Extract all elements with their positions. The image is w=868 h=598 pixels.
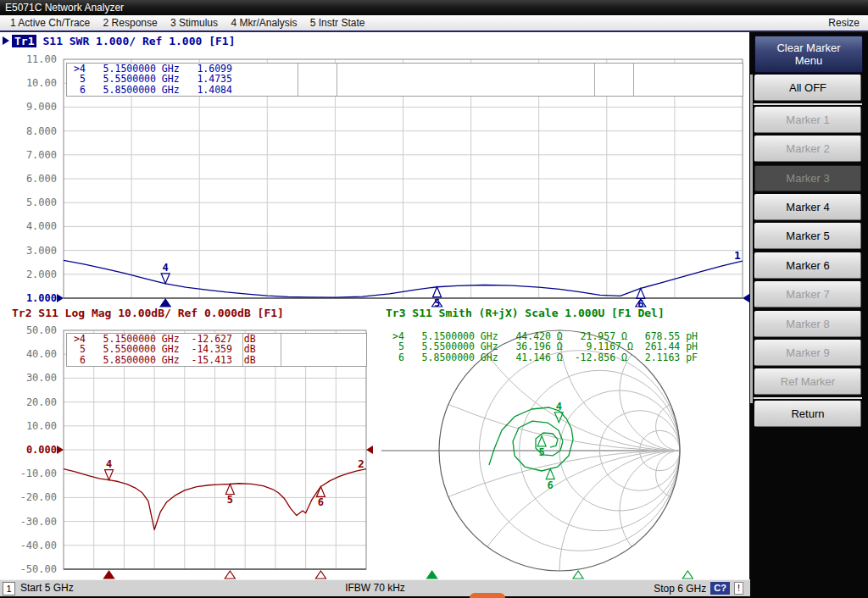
softkey-marker-6[interactable]: Marker 6 bbox=[754, 252, 861, 279]
marker-table-row: 5 5.5500000 GHz -14.359 dB bbox=[67, 344, 366, 354]
window-title: E5071C Network Analyzer bbox=[5, 2, 124, 14]
tr2-ytick: 0.000 bbox=[8, 444, 57, 456]
table-divider bbox=[281, 334, 281, 366]
status-bar: 1 IFBW 70 kHz Start 5 GHz Stop 6 GHz C? … bbox=[0, 579, 750, 596]
table-divider bbox=[594, 64, 595, 96]
tr3-marker-table: >4 5.1500000 GHz 44.420 Ω 21.957 Ω 678.5… bbox=[386, 331, 742, 365]
softkey-marker-9[interactable]: Marker 9 bbox=[754, 340, 861, 366]
tr1-ytick: 5.000 bbox=[8, 197, 57, 208]
tr2-marker-table: >4 5.1500000 GHz -12.627 dB 5 5.5500000 … bbox=[66, 333, 367, 367]
taskbar-peek-icon bbox=[470, 593, 505, 598]
softkey-ref-marker[interactable]: Ref Marker bbox=[754, 368, 861, 395]
softkey-title-line1: Clear Marker bbox=[776, 42, 840, 54]
softkey-return[interactable]: Return bbox=[754, 401, 861, 427]
softkey-menu-title: Clear Marker Menu bbox=[754, 36, 863, 73]
instrument-screen bbox=[0, 32, 749, 579]
marker-table-row: 5 5.5500000 GHz 36.196 Ω 9.1167 Ω 261.44… bbox=[386, 341, 742, 352]
softkey-marker-3[interactable]: Marker 3 bbox=[754, 165, 861, 191]
tr2-ytick: -40.00 bbox=[8, 540, 57, 551]
softkey-marker-2[interactable]: Marker 2 bbox=[754, 136, 861, 162]
menu-item-active-ch-trace[interactable]: 1 Active Ch/Trace bbox=[10, 15, 90, 30]
softkey-separator bbox=[754, 397, 862, 399]
menu-bar: 1 Active Ch/Trace 2 Response 3 Stimulus … bbox=[0, 15, 868, 31]
tr1-ytick: 11.00 bbox=[8, 53, 57, 65]
table-divider bbox=[337, 64, 337, 96]
ifbw-label: IFBW 70 kHz bbox=[0, 582, 750, 594]
menu-underline bbox=[0, 30, 868, 32]
tr2-header: Tr2 S11 Log Mag 10.00dB/ Ref 0.000dB [F1… bbox=[12, 307, 284, 319]
softkey-sidebar: Clear Marker Menu All OFFMarker 1Marker … bbox=[749, 32, 868, 598]
softkey-all-off[interactable]: All OFF bbox=[754, 75, 861, 101]
tr2-ytick: 30.00 bbox=[8, 372, 57, 384]
warning-badge: ! bbox=[734, 582, 743, 595]
tr2-ytick: 20.00 bbox=[8, 396, 57, 408]
tr2-ytick: 10.00 bbox=[8, 420, 57, 432]
menu-item-response[interactable]: 2 Response bbox=[103, 15, 158, 30]
menu-item-stimulus[interactable]: 3 Stimulus bbox=[170, 15, 218, 30]
menu-item-instr-state[interactable]: 5 Instr State bbox=[310, 15, 365, 30]
tr1-ytick: 4.000 bbox=[8, 220, 57, 232]
tr2-ytick: -20.00 bbox=[8, 491, 57, 503]
tr2-ytick: -10.00 bbox=[8, 468, 57, 479]
tr1-title: S11 SWR 1.000/ Ref 1.000 [F1] bbox=[42, 35, 235, 47]
tr1-ytick: 10.00 bbox=[8, 77, 57, 89]
tr1-ytick: 8.000 bbox=[8, 125, 57, 137]
marker-table-row: 6 5.8500000 GHz 41.146 Ω -12.856 Ω 2.116… bbox=[386, 352, 742, 363]
tr2-ytick: -50.00 bbox=[8, 563, 57, 575]
tr3-header: Tr3 S11 Smith (R+jX) Scale 1.000U [F1 De… bbox=[386, 307, 665, 319]
table-divider bbox=[242, 334, 243, 366]
marker-table-row: 5 5.5500000 GHz 1.4735 bbox=[67, 74, 743, 84]
tr1-badge: Tr1 bbox=[12, 35, 36, 47]
tr1-ytick: 7.000 bbox=[8, 149, 57, 161]
menu-item-mkr-analysis[interactable]: 4 Mkr/Analysis bbox=[231, 15, 297, 30]
tr1-marker-table: >4 5.1500000 GHz 1.6099 5 5.5500000 GHz … bbox=[66, 63, 743, 97]
softkey-marker-5[interactable]: Marker 5 bbox=[754, 223, 861, 249]
correction-status-badge: C? bbox=[710, 582, 730, 595]
tr1-ytick: 9.000 bbox=[8, 101, 57, 113]
table-divider bbox=[633, 64, 634, 96]
tr2-ytick: -30.00 bbox=[8, 516, 57, 528]
marker-table-row: 6 5.8500000 GHz -15.413 dB bbox=[67, 355, 366, 365]
title-bar: E5071C Network Analyzer bbox=[0, 0, 868, 15]
stop-frequency-label: Stop 6 GHz bbox=[654, 583, 706, 595]
menu-item-resize[interactable]: Resize bbox=[828, 15, 860, 30]
table-divider bbox=[298, 64, 298, 96]
softkey-marker-4[interactable]: Marker 4 bbox=[754, 194, 861, 220]
softkey-marker-1[interactable]: Marker 1 bbox=[754, 107, 861, 133]
tr1-ytick: 3.000 bbox=[8, 245, 57, 257]
softkey-marker-8[interactable]: Marker 8 bbox=[754, 311, 861, 337]
tr1-ytick: 2.000 bbox=[8, 269, 57, 280]
tr1-ytick: 1.000 bbox=[8, 292, 57, 304]
marker-table-row: 6 5.8500000 GHz 1.4084 bbox=[67, 85, 743, 95]
softkey-marker-7[interactable]: Marker 7 bbox=[754, 281, 861, 307]
softkey-separator bbox=[754, 103, 862, 105]
softkey-strip bbox=[750, 75, 753, 403]
tr1-ytick: 6.000 bbox=[8, 173, 57, 185]
tr2-ytick: 40.00 bbox=[8, 348, 57, 360]
tr2-ytick: 50.00 bbox=[8, 324, 57, 336]
active-trace-arrow-icon bbox=[3, 36, 9, 45]
start-frequency-label: Start 5 GHz bbox=[20, 582, 74, 594]
softkey-title-line2: Menu bbox=[795, 54, 823, 67]
tr1-header: Tr1S11 SWR 1.000/ Ref 1.000 [F1] bbox=[12, 35, 235, 47]
